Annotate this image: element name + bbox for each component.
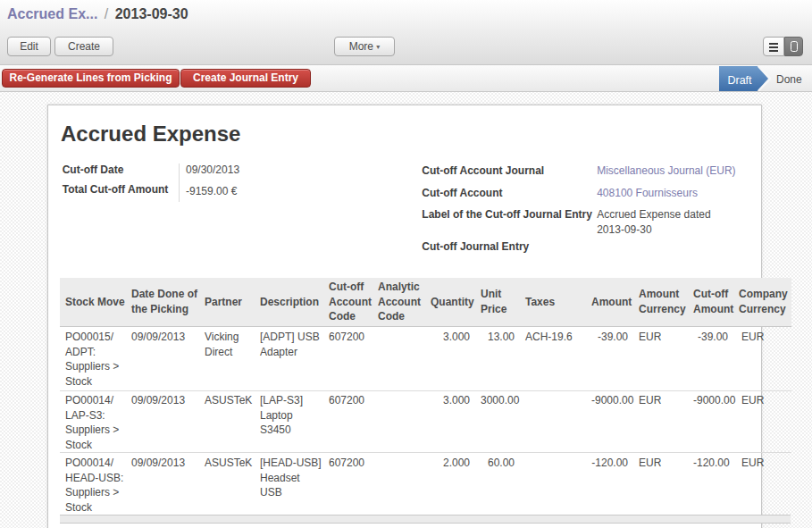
- svg-text:Draft: Draft: [727, 74, 752, 87]
